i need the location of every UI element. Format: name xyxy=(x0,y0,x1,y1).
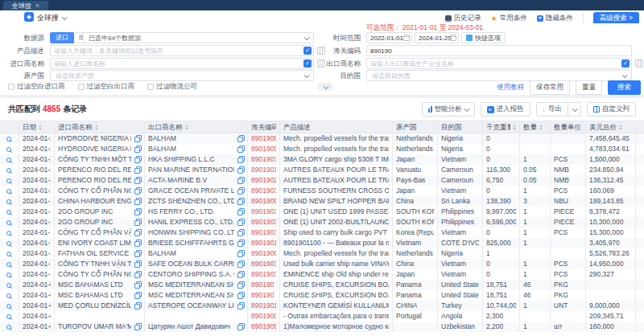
magnifier-icon[interactable] xyxy=(6,199,11,204)
copy-icon[interactable] xyxy=(134,260,141,268)
sort-icon[interactable] xyxy=(95,125,98,130)
column-header-weight[interactable]: 千克重量 xyxy=(483,121,520,133)
copy-icon[interactable] xyxy=(134,240,141,247)
copy-icon[interactable] xyxy=(134,219,141,226)
magnifier-icon[interactable] xyxy=(6,262,11,267)
copy-icon[interactable] xyxy=(134,271,141,278)
exact-match-icon[interactable]: ✓ xyxy=(621,59,630,68)
calendar-icon[interactable] xyxy=(403,35,410,41)
data-source-select[interactable]: 已选中84个数据源 xyxy=(83,32,314,43)
copy-icon[interactable] xyxy=(237,135,244,142)
page-title[interactable]: 全球搜 xyxy=(37,13,66,23)
copy-icon[interactable] xyxy=(237,166,244,174)
copy-icon[interactable] xyxy=(237,156,244,163)
magnifier-icon[interactable] xyxy=(6,314,11,319)
magnifier-icon[interactable] xyxy=(6,210,11,215)
magnifier-icon[interactable] xyxy=(6,137,11,141)
hs-code-input[interactable] xyxy=(366,45,632,56)
collapse-panel-button[interactable] xyxy=(317,83,333,91)
copy-icon[interactable] xyxy=(237,281,244,289)
tab-close-icon[interactable]: × xyxy=(35,2,39,9)
calendar-icon[interactable] xyxy=(450,35,456,41)
smart-analysis-button[interactable]: 智能分析 xyxy=(422,102,475,117)
magnifier-icon[interactable] xyxy=(6,252,11,256)
copy-icon[interactable] xyxy=(134,177,141,184)
tab-global-search[interactable]: 全球搜 × xyxy=(3,1,48,10)
copy-icon[interactable] xyxy=(237,323,244,330)
batch-input-icon[interactable] xyxy=(635,59,643,68)
magnifier-icon[interactable] xyxy=(6,325,11,330)
origin-country-select[interactable]: 请选择原产国 xyxy=(50,70,314,81)
magnifier-icon[interactable] xyxy=(6,304,11,309)
column-header-importer[interactable]: 进口商名称 xyxy=(55,121,145,133)
magnifier-icon[interactable] xyxy=(6,178,11,183)
copy-icon[interactable] xyxy=(237,177,244,184)
checkbox-filter-logistics[interactable]: 过滤物流公司 xyxy=(147,82,197,92)
copy-icon[interactable] xyxy=(237,292,244,299)
copy-icon[interactable] xyxy=(237,260,244,268)
column-header-qty[interactable]: 数量 xyxy=(520,121,551,133)
tutorial-link[interactable]: 使用教程 xyxy=(497,83,524,92)
importer-input[interactable] xyxy=(50,58,314,69)
sort-icon[interactable] xyxy=(185,125,188,130)
checkbox-filter-empty-exporter[interactable]: 过滤空白出口商 xyxy=(78,82,135,92)
column-header-usd[interactable]: 美元总价 xyxy=(586,121,636,133)
magnifier-icon[interactable] xyxy=(6,220,11,225)
magnifier-icon[interactable] xyxy=(6,241,11,246)
copy-icon[interactable] xyxy=(134,292,141,299)
copy-icon[interactable] xyxy=(237,302,244,309)
column-header-exporter[interactable]: 出口商名称 xyxy=(145,121,248,133)
magnifier-icon[interactable] xyxy=(6,158,11,162)
reset-button[interactable]: 重置 xyxy=(576,80,602,95)
exact-match-icon[interactable]: ✓ xyxy=(303,47,312,55)
copy-icon[interactable] xyxy=(134,323,141,330)
magnifier-icon[interactable] xyxy=(6,189,11,194)
enter-report-button[interactable]: ▸进入报告 xyxy=(481,102,530,117)
export-button[interactable]: ↓导出 xyxy=(537,103,568,116)
history-button[interactable]: 历史记录 xyxy=(445,14,481,23)
copy-icon[interactable] xyxy=(237,271,244,278)
copy-icon[interactable] xyxy=(237,219,244,226)
copy-icon[interactable] xyxy=(134,208,141,215)
copy-icon[interactable] xyxy=(237,208,244,215)
copy-icon[interactable] xyxy=(134,229,141,236)
checkbox-filter-empty-importer[interactable]: 过滤空白进口商 xyxy=(8,82,65,92)
magnifier-icon[interactable] xyxy=(6,168,11,173)
sort-icon[interactable] xyxy=(513,125,516,130)
copy-icon[interactable] xyxy=(237,145,244,153)
copy-icon[interactable] xyxy=(134,166,141,174)
sort-icon[interactable] xyxy=(539,125,543,130)
exporter-input[interactable] xyxy=(366,58,632,69)
copy-icon[interactable] xyxy=(134,156,141,163)
copy-icon[interactable] xyxy=(237,250,244,257)
copy-icon[interactable] xyxy=(134,135,141,142)
copy-icon[interactable] xyxy=(237,229,244,236)
dest-country-select[interactable]: 请选择目的国 xyxy=(366,70,632,81)
magnifier-icon[interactable] xyxy=(6,231,11,236)
search-button[interactable]: 搜索 xyxy=(608,80,641,95)
copy-icon[interactable] xyxy=(134,145,141,153)
magnifier-icon[interactable] xyxy=(6,293,11,298)
magnifier-icon[interactable] xyxy=(6,272,11,277)
export-more-button[interactable] xyxy=(568,103,580,116)
copy-icon[interactable] xyxy=(134,250,141,257)
copy-icon[interactable] xyxy=(237,187,244,195)
copy-icon[interactable] xyxy=(134,281,141,289)
sort-icon[interactable] xyxy=(619,125,622,130)
copy-icon[interactable] xyxy=(134,187,141,195)
sort-icon[interactable] xyxy=(39,125,42,130)
exact-match-icon[interactable]: ✓ xyxy=(303,59,312,68)
hide-conditions-button[interactable]: 隐藏条件 xyxy=(537,14,573,23)
copy-icon[interactable] xyxy=(237,198,244,205)
save-common-button[interactable]: 保存常用 xyxy=(530,80,570,95)
quick-options-button[interactable]: 快捷选项 xyxy=(461,32,506,43)
import-toggle[interactable]: 进口 xyxy=(50,32,74,43)
column-header-date[interactable]: 日期 xyxy=(19,121,55,133)
common-conditions-button[interactable]: ★常用条件 xyxy=(491,14,527,23)
copy-icon[interactable] xyxy=(134,198,141,205)
copy-icon[interactable] xyxy=(134,302,141,309)
product-desc-input[interactable] xyxy=(50,45,314,56)
magnifier-icon[interactable] xyxy=(6,147,11,152)
customize-columns-button[interactable]: 自定义列 xyxy=(587,102,636,117)
copy-icon[interactable] xyxy=(237,240,244,247)
